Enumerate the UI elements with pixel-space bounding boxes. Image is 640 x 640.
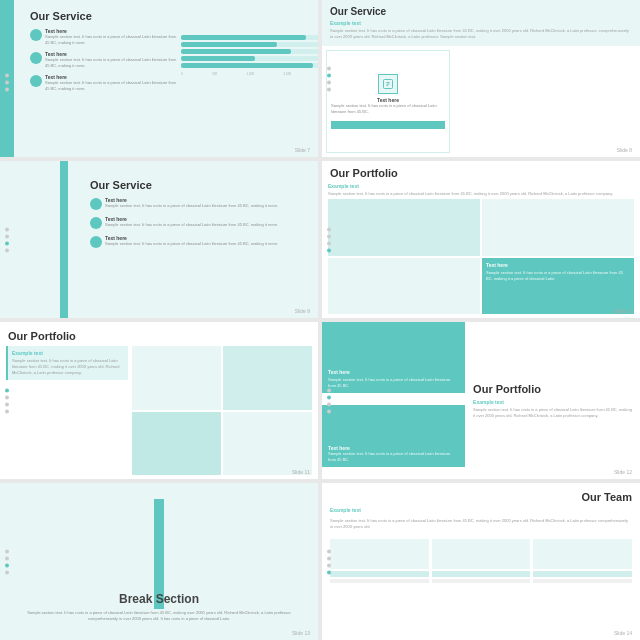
- team-name-2: [533, 571, 632, 577]
- slide-6-left-blocks: Text here Sample section text. It has ro…: [322, 322, 465, 479]
- slide-8-page: Slide 14: [614, 630, 632, 636]
- slide-4-title-row: Our Portfolio: [322, 161, 640, 183]
- portfolio-cell-2: [328, 258, 480, 315]
- slide-4-title: Our Portfolio: [330, 167, 398, 179]
- slide-2: Our Service Example text Sample section …: [322, 0, 640, 157]
- team-col-2: [533, 539, 632, 583]
- slide-4-grid: Text here Sample section text. It has ro…: [322, 199, 640, 318]
- team-role-2: [533, 579, 632, 583]
- gap: [322, 393, 465, 401]
- slide-5-example-body: Sample section text. It has roots in a p…: [12, 358, 124, 376]
- slide-3-item-0: Text here Sample section text. It has ro…: [90, 197, 308, 210]
- team-role-1: [432, 579, 531, 583]
- slide-3-nav: [5, 227, 9, 252]
- slide-3-item-2: Text here Sample section text. It has ro…: [90, 235, 308, 248]
- item-0-icon: [30, 29, 42, 41]
- port-3: [223, 412, 312, 476]
- team-col-0: [330, 539, 429, 583]
- slide-4-example-body: Sample section text. It has roots in a p…: [328, 191, 634, 197]
- slide-1-item-1: Text here Sample section text. It has ro…: [30, 51, 177, 68]
- slide-3-item-0-text: Text here Sample section text. It has ro…: [105, 197, 278, 209]
- slide-2-header: Our Service Example text Sample section …: [322, 0, 640, 46]
- slide-8: Our Team Example text Sample section tex…: [322, 483, 640, 640]
- slide-6-page: Slide 12: [614, 469, 632, 475]
- slide-2-nav: [327, 66, 331, 91]
- team-col-1: [432, 539, 531, 583]
- slide-6-top-title: Text here: [328, 369, 459, 377]
- portfolio-cell-0: [328, 199, 480, 256]
- slide-8-example-body: Sample section text. It has roots in a p…: [330, 518, 632, 530]
- slide-6: Text here Sample section text. It has ro…: [322, 322, 640, 479]
- slide-2-example-body: Sample section text. It has roots in a p…: [330, 28, 632, 40]
- slide-6-title: Our Portfolio: [473, 383, 632, 395]
- slide-6-teal-bottom: Text here Sample section text. It has ro…: [322, 405, 465, 468]
- slide-8-nav: [327, 549, 331, 574]
- slide-4: Our Portfolio Example text Sample sectio…: [322, 161, 640, 318]
- slide-6-right: Our Portfolio Example text Sample sectio…: [465, 322, 640, 479]
- slide-4-text-body: Sample section text. It has roots in a p…: [486, 270, 630, 282]
- slide-4-page: Slide 10: [614, 308, 632, 314]
- slide-7-title: Break Section: [119, 592, 199, 606]
- port-1: [223, 346, 312, 410]
- slide-1-title: Our Service: [30, 10, 177, 22]
- slide-8-team-grid: [330, 539, 632, 583]
- item-0-text: Text here Sample section text. It has ro…: [45, 28, 177, 45]
- slide-3-accent: [60, 161, 68, 318]
- slide-6-example-body: Sample section text. It has roots in a p…: [473, 407, 632, 419]
- slide-7-page: Slide 13: [292, 630, 310, 636]
- slide-3-title: Our Service: [90, 179, 308, 191]
- team-name-0: [330, 571, 429, 577]
- slide-3-content: Our Service Text here Sample section tex…: [90, 179, 308, 254]
- slide-2-btn[interactable]: [331, 121, 445, 129]
- slide-5-nav: [5, 388, 9, 413]
- slide-5-example-label: Example text: [12, 350, 124, 356]
- slide-5-page: Slide 11: [292, 469, 310, 475]
- slide-7-nav: [5, 549, 9, 574]
- slide-2-text-body: Sample section text. It has roots in a p…: [331, 103, 445, 114]
- team-avatar-0: [330, 539, 429, 569]
- port-0: [132, 346, 221, 410]
- item-2-text: Text here Sample section text. It has ro…: [45, 74, 177, 91]
- slide-3-item-1: Text here Sample section text. It has ro…: [90, 216, 308, 229]
- item-1-icon: [30, 52, 42, 64]
- slide-4-desc: Example text Sample section text. It has…: [322, 183, 640, 199]
- slide-5-body: Example text Sample section text. It has…: [0, 346, 318, 479]
- slide-6-teal-top: Text here Sample section text. It has ro…: [322, 322, 465, 393]
- team-role-0: [330, 579, 429, 583]
- slide-1-page: Slide 7: [295, 147, 310, 153]
- team-avatar-1: [432, 539, 531, 569]
- slide-8-title: Our Team: [322, 483, 640, 507]
- slide-2-textbox: Text here Sample section text. It has ro…: [326, 50, 450, 153]
- slide-7-content: Break Section Sample section text. It ha…: [10, 493, 308, 630]
- slide-6-bottom-body: Sample section text. It has roots in a p…: [328, 451, 459, 463]
- slide-1-item-2: Text here Sample section text. It has ro…: [30, 74, 177, 91]
- slide-8-example-label: Example text: [330, 507, 632, 513]
- slide-7: Break Section Sample section text. It ha…: [0, 483, 318, 640]
- slide-8-body: Example text Sample section text. It has…: [322, 507, 640, 587]
- slide-4-example-label: Example text: [328, 183, 634, 189]
- slide-1-right: 0 500 1,000 2,500 3,000: [181, 10, 318, 98]
- slide-3-item-1-text: Text here Sample section text. It has ro…: [105, 216, 278, 228]
- team-name-1: [432, 571, 531, 577]
- slide-5-left: Example text Sample section text. It has…: [6, 346, 128, 475]
- slide-1-content: Our Service Text here Sample section tex…: [30, 10, 318, 98]
- service-icon: [382, 78, 394, 90]
- slide-3-item-2-text: Text here Sample section text. It has ro…: [105, 235, 278, 247]
- service-icon-box: [378, 74, 398, 94]
- bar-axis: 0 500 1,000 2,500 3,000: [181, 72, 318, 76]
- item-2-icon: [30, 75, 42, 87]
- slide-2-bottom: Text here Sample section text. It has ro…: [322, 46, 640, 157]
- slide-3-icon-1: [90, 217, 102, 229]
- item-1-text: Text here Sample section text. It has ro…: [45, 51, 177, 68]
- slide-3-icon-0: [90, 198, 102, 210]
- slide-1-bar-chart: [181, 35, 318, 70]
- slide-7-body: Sample section text. It has roots in a p…: [18, 610, 300, 622]
- portfolio-cell-3: Text here Sample section text. It has ro…: [482, 258, 634, 315]
- port-2: [132, 412, 221, 476]
- slide-2-title-area: Our Service Example text Sample section …: [330, 6, 632, 40]
- portfolio-cell-1: [482, 199, 634, 256]
- slide-3-icon-2: [90, 236, 102, 248]
- slide-5-example-box: Example text Sample section text. It has…: [6, 346, 128, 380]
- slide-6-top-body: Sample section text. It has roots in a p…: [328, 377, 459, 389]
- slide-1-nav: [5, 66, 9, 91]
